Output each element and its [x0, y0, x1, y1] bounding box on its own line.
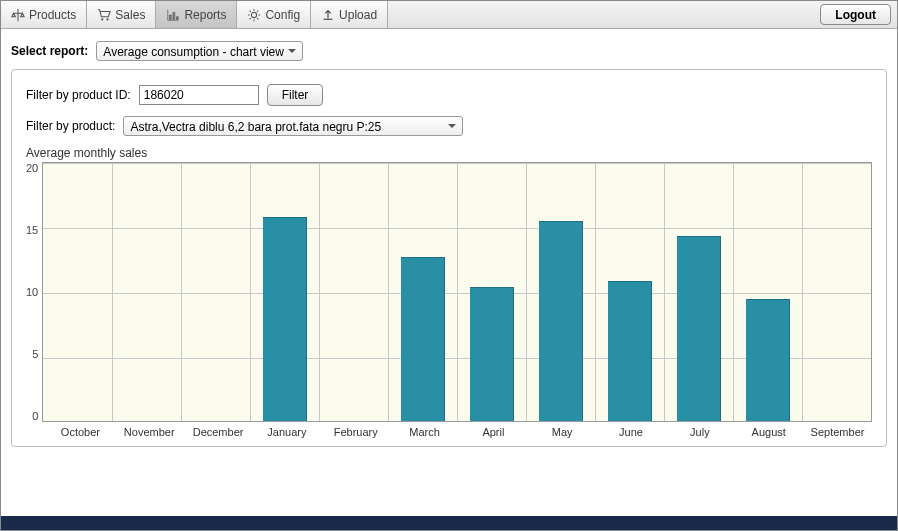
svg-point-0	[102, 18, 104, 20]
y-tick-label: 15	[26, 224, 38, 236]
svg-point-1	[107, 18, 109, 20]
x-tick-label: January	[252, 426, 321, 438]
y-tick-label: 5	[32, 348, 38, 360]
x-tick-label: August	[734, 426, 803, 438]
chart-bar	[470, 287, 514, 421]
product-select[interactable]: Astra,Vectra diblu 6,2 bara prot.fata ne…	[123, 116, 463, 136]
x-tick-label: September	[803, 426, 872, 438]
svg-point-2	[252, 12, 257, 17]
filter-product-label: Filter by product:	[26, 119, 115, 133]
filter-id-label: Filter by product ID:	[26, 88, 131, 102]
x-tick-label: April	[459, 426, 528, 438]
x-tick-label: October	[46, 426, 115, 438]
x-tick-label: July	[665, 426, 734, 438]
y-tick-label: 20	[26, 162, 38, 174]
chart-bar	[746, 299, 790, 421]
filter-product-row: Filter by product: Astra,Vectra diblu 6,…	[26, 116, 872, 136]
page-footer-strip	[1, 516, 897, 530]
chart-title: Average monthly sales	[26, 146, 872, 160]
chart-bar	[263, 217, 307, 421]
chart-x-axis: OctoberNovemberDecemberJanuaryFebruaryMa…	[46, 426, 872, 438]
upload-icon	[321, 8, 335, 22]
main-toolbar: Products Sales Reports Config Upload Log…	[1, 1, 897, 29]
chart-bar	[539, 221, 583, 421]
chart-bar	[677, 236, 721, 421]
select-report-row: Select report: Average consumption - cha…	[1, 29, 897, 69]
chart-plot-area	[42, 162, 872, 422]
tab-label: Config	[265, 8, 300, 22]
filter-id-input[interactable]	[139, 85, 259, 105]
report-select[interactable]: Average consumption - chart view	[96, 41, 303, 61]
cart-icon	[97, 8, 111, 22]
tab-label: Upload	[339, 8, 377, 22]
y-tick-label: 10	[26, 286, 38, 298]
x-tick-label: February	[321, 426, 390, 438]
tab-reports[interactable]: Reports	[156, 1, 237, 28]
logout-button[interactable]: Logout	[820, 4, 891, 25]
scale-icon	[11, 8, 25, 22]
y-tick-label: 0	[32, 410, 38, 422]
x-tick-label: December	[184, 426, 253, 438]
tab-upload[interactable]: Upload	[311, 1, 388, 28]
chart-icon	[166, 8, 180, 22]
report-panel: Filter by product ID: Filter Filter by p…	[11, 69, 887, 447]
chart-bar	[401, 257, 445, 421]
x-tick-label: November	[115, 426, 184, 438]
filter-button[interactable]: Filter	[267, 84, 324, 106]
tab-label: Reports	[184, 8, 226, 22]
chart-y-axis: 20151050	[26, 162, 42, 422]
tab-label: Products	[29, 8, 76, 22]
tab-label: Sales	[115, 8, 145, 22]
report-select-value: Average consumption - chart view	[103, 45, 284, 59]
tab-sales[interactable]: Sales	[87, 1, 156, 28]
chart: 20151050	[26, 162, 872, 422]
select-report-label: Select report:	[11, 44, 88, 58]
tab-config[interactable]: Config	[237, 1, 311, 28]
x-tick-label: June	[597, 426, 666, 438]
tab-products[interactable]: Products	[1, 1, 87, 28]
x-tick-label: May	[528, 426, 597, 438]
filter-id-row: Filter by product ID: Filter	[26, 84, 872, 106]
chart-bar	[608, 281, 652, 421]
x-tick-label: March	[390, 426, 459, 438]
gear-icon	[247, 8, 261, 22]
product-select-value: Astra,Vectra diblu 6,2 bara prot.fata ne…	[130, 120, 381, 134]
